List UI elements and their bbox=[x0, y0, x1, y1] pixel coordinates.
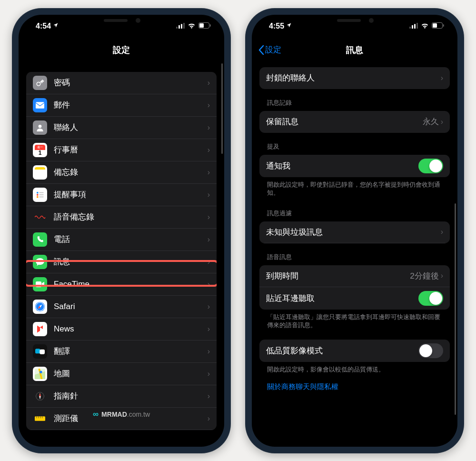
location-icon bbox=[286, 22, 292, 30]
settings-row-facetime[interactable]: FaceTime › bbox=[26, 273, 217, 296]
svg-point-10 bbox=[37, 191, 39, 193]
status-time: 4:54 bbox=[36, 22, 51, 30]
calendar-icon: 週一1 bbox=[33, 143, 47, 157]
footer-notify-me: 開啟此設定時，即使對話已靜音，您的名字被提到時仍會收到通知。 bbox=[259, 177, 450, 200]
row-label: 貼近耳邊聽取 bbox=[266, 293, 418, 304]
business-chat-privacy-link[interactable]: 關於商務聊天與隱私權 bbox=[259, 376, 450, 398]
row-blocked-contacts[interactable]: 封鎖的聯絡人 › bbox=[259, 67, 450, 89]
row-label: 語音備忘錄 bbox=[54, 211, 208, 222]
chevron-right-icon: › bbox=[208, 325, 210, 333]
settings-row-mail[interactable]: 郵件 › bbox=[26, 94, 217, 117]
location-icon bbox=[53, 22, 59, 30]
row-label: 封鎖的聯絡人 bbox=[266, 72, 441, 83]
settings-row-reminders[interactable]: 提醒事項 › bbox=[26, 184, 217, 206]
chevron-right-icon: › bbox=[441, 118, 443, 126]
row-value: 永久 bbox=[423, 116, 439, 127]
svg-rect-35 bbox=[433, 23, 437, 28]
translate-icon bbox=[33, 344, 47, 359]
scrollbar[interactable] bbox=[455, 203, 456, 415]
measure-icon bbox=[33, 411, 47, 426]
watermark-logo-icon: ∞ bbox=[93, 410, 99, 419]
svg-rect-30 bbox=[409, 27, 411, 29]
settings-content[interactable]: 密碼 › 郵件 › 聯絡人 › 週一1 行事曆 › bbox=[19, 62, 224, 447]
notes-icon bbox=[33, 165, 47, 180]
chevron-right-icon: › bbox=[208, 79, 210, 87]
compass-icon bbox=[33, 389, 47, 403]
row-label: News bbox=[54, 324, 208, 334]
cellular-icon bbox=[176, 22, 185, 30]
phone-screen-2: 4:55 設定 訊息 bbox=[252, 15, 457, 447]
row-unknown-spam[interactable]: 未知與垃圾訊息 › bbox=[259, 221, 450, 243]
chevron-right-icon: › bbox=[208, 280, 210, 289]
chevron-right-icon: › bbox=[208, 235, 210, 244]
svg-rect-16 bbox=[36, 281, 41, 287]
toggle-raise-to-listen[interactable] bbox=[418, 291, 443, 306]
svg-rect-31 bbox=[412, 25, 413, 29]
mail-icon bbox=[33, 98, 47, 112]
chevron-right-icon: › bbox=[208, 101, 210, 110]
row-label: 郵件 bbox=[54, 100, 208, 110]
svg-rect-3 bbox=[183, 23, 185, 29]
settings-row-translate[interactable]: 翻譯 › bbox=[26, 341, 217, 363]
phone-frame-1: 4:54 設定 bbox=[12, 8, 231, 453]
svg-rect-33 bbox=[416, 23, 418, 29]
settings-row-phone[interactable]: 電話 › bbox=[26, 229, 217, 251]
settings-row-passwords[interactable]: 密碼 › bbox=[26, 72, 217, 94]
chevron-right-icon: › bbox=[441, 271, 443, 280]
nav-bar: 設定 bbox=[19, 38, 224, 62]
scrollbar[interactable] bbox=[221, 63, 223, 154]
settings-row-notes[interactable]: 備忘錄 › bbox=[26, 161, 217, 184]
settings-row-messages[interactable]: 訊息 › bbox=[26, 251, 217, 273]
watermark-suffix: .com.tw bbox=[127, 411, 150, 418]
facetime-icon bbox=[33, 277, 47, 291]
watermark-brand: MRMAD bbox=[101, 411, 127, 418]
svg-rect-36 bbox=[443, 24, 444, 27]
svg-rect-6 bbox=[210, 24, 211, 27]
settings-row-news[interactable]: News › bbox=[26, 318, 217, 341]
chevron-right-icon: › bbox=[208, 258, 210, 266]
row-label: 到期時間 bbox=[266, 271, 410, 281]
row-expire[interactable]: 到期時間 2分鐘後 › bbox=[259, 265, 450, 287]
chevron-right-icon: › bbox=[441, 228, 443, 236]
settings-row-compass[interactable]: 指南針 › bbox=[26, 385, 217, 408]
row-label: Safari bbox=[54, 302, 208, 311]
settings-row-safari[interactable]: Safari › bbox=[26, 296, 217, 318]
toggle-notify-me[interactable] bbox=[418, 159, 443, 173]
row-label: 低品質影像模式 bbox=[266, 345, 418, 356]
row-notify-me[interactable]: 通知我 bbox=[259, 155, 450, 177]
row-label: 保留訊息 bbox=[266, 116, 423, 127]
chevron-right-icon: › bbox=[208, 190, 210, 199]
settings-row-calendar[interactable]: 週一1 行事曆 › bbox=[26, 139, 217, 161]
maps-icon bbox=[33, 367, 47, 381]
row-label: 通知我 bbox=[266, 160, 418, 171]
row-label: 地圖 bbox=[54, 368, 208, 379]
messages-settings-content[interactable]: 封鎖的聯絡人 › 訊息記錄 保留訊息 永久 › 提及 通知我 開啟此設定時，即 bbox=[252, 62, 457, 447]
settings-row-maps[interactable]: 地圖 › bbox=[26, 363, 217, 385]
row-label: 聯絡人 bbox=[54, 122, 208, 133]
chevron-right-icon: › bbox=[208, 213, 210, 221]
status-time: 4:55 bbox=[269, 22, 284, 30]
row-keep-messages[interactable]: 保留訊息 永久 › bbox=[259, 111, 450, 133]
settings-row-voice-memos[interactable]: 語音備忘錄 › bbox=[26, 206, 217, 229]
settings-row-contacts[interactable]: 聯絡人 › bbox=[26, 117, 217, 139]
chevron-right-icon: › bbox=[208, 146, 210, 154]
section-header-history: 訊息記錄 bbox=[259, 89, 450, 111]
row-label: 訊息 bbox=[54, 256, 208, 267]
row-low-quality-image[interactable]: 低品質影像模式 bbox=[259, 340, 450, 362]
notch bbox=[309, 15, 400, 28]
chevron-right-icon: › bbox=[208, 392, 210, 401]
row-raise-to-listen[interactable]: 貼近耳邊聽取 bbox=[259, 287, 450, 310]
reminders-icon bbox=[33, 188, 47, 202]
row-label: 電話 bbox=[54, 234, 208, 245]
nav-bar: 設定 訊息 bbox=[252, 38, 457, 62]
chevron-right-icon: › bbox=[208, 347, 210, 356]
row-label: 指南針 bbox=[54, 391, 208, 401]
message-icon bbox=[33, 255, 47, 269]
page-title: 設定 bbox=[113, 44, 130, 56]
chevron-left-icon bbox=[258, 45, 264, 55]
row-label: 備忘錄 bbox=[54, 167, 208, 178]
chevron-right-icon: › bbox=[208, 123, 210, 132]
chevron-right-icon: › bbox=[208, 414, 210, 423]
toggle-low-quality[interactable] bbox=[418, 343, 443, 358]
nav-back-button[interactable]: 設定 bbox=[258, 44, 281, 55]
